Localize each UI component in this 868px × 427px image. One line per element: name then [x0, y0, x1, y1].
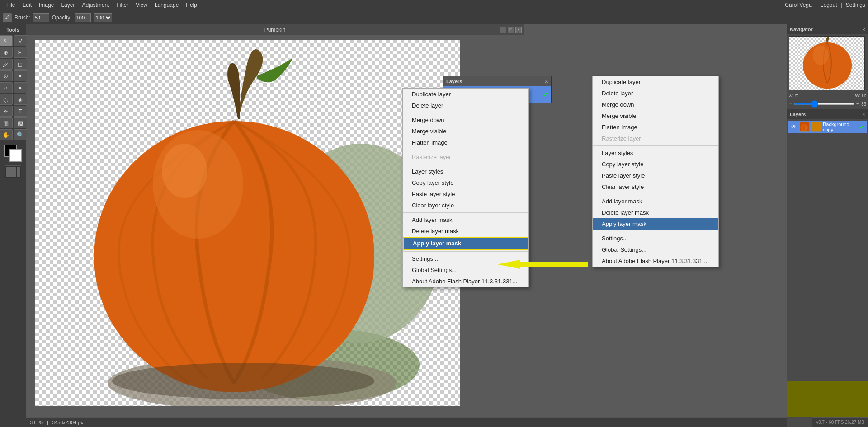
opacity-input[interactable]	[75, 13, 91, 22]
menu-language[interactable]: Language	[151, 0, 182, 10]
tool-eraser[interactable]: ◻	[14, 59, 27, 70]
cm2-flatten-image[interactable]: Flatten image	[593, 122, 718, 133]
cm2-rasterize-layer: Rasterize layer	[593, 133, 718, 144]
cm1-sep3	[403, 164, 528, 164]
cm1-apply-layer-mask[interactable]: Apply layer mask	[403, 237, 528, 250]
canvas-dimensions: 3456x2304 px	[52, 420, 83, 425]
tool-dodge[interactable]: ○	[0, 82, 13, 93]
menu-help[interactable]: Help	[182, 0, 201, 10]
menu-layer[interactable]: Layer	[57, 0, 78, 10]
cm1-settings[interactable]: Settings...	[403, 253, 528, 264]
tool-move[interactable]: V	[14, 35, 27, 46]
tool-clone[interactable]: ⊙	[0, 70, 13, 81]
cm2-delete-layer[interactable]: Delete layer	[593, 88, 718, 99]
tool-zoom[interactable]: 🔍	[14, 129, 27, 140]
cm2-layer-styles[interactable]: Layer styles	[593, 147, 718, 159]
user-info: Carol Vega | Logout | Settings	[785, 2, 865, 8]
cm1-merge-visible[interactable]: Merge visible	[403, 126, 528, 137]
cm1-flatten-image[interactable]: Flatten image	[403, 137, 528, 148]
canvas-minimize-btn[interactable]: _	[500, 27, 506, 33]
canvas-title: Pumpkin	[264, 27, 286, 33]
logout-link[interactable]: Logout	[821, 2, 837, 8]
cm1-clear-layer-style[interactable]: Clear layer style	[403, 200, 528, 211]
tool-fill[interactable]: ▩	[14, 117, 27, 128]
cm1-sep2	[403, 150, 528, 150]
background-color[interactable]	[9, 149, 22, 162]
cm1-about-flash[interactable]: About Adobe Flash Player 11.3.31.331...	[403, 276, 528, 287]
context-menu-2: Duplicate layer Delete layer Merge down …	[592, 76, 719, 267]
color-boxes	[4, 145, 22, 162]
cm2-copy-layer-style[interactable]: Copy layer style	[593, 159, 718, 170]
nav-y-label: Y:	[794, 93, 798, 98]
tool-select[interactable]: ↖	[0, 35, 13, 46]
cm2-settings[interactable]: Settings...	[593, 233, 718, 244]
menu-filter[interactable]: Filter	[113, 0, 132, 10]
settings-link[interactable]: Settings	[846, 2, 865, 8]
current-tool-icon[interactable]: 🖍	[3, 13, 12, 22]
cm1-copy-layer-style[interactable]: Copy layer style	[403, 177, 528, 188]
bottom-right-strip	[787, 381, 868, 417]
layers-close-btn[interactable]: ×	[862, 111, 865, 117]
cm2-paste-layer-style[interactable]: Paste layer style	[593, 170, 718, 181]
zoom-slider[interactable]	[794, 103, 854, 105]
brush-presets-grid[interactable]	[5, 165, 21, 178]
nav-pumpkin-thumb	[789, 37, 864, 90]
tool-blur[interactable]: ◌	[0, 94, 13, 105]
cm1-duplicate-layer[interactable]: Duplicate layer	[403, 89, 528, 100]
nav-preview	[789, 36, 865, 90]
tool-heal[interactable]: ✦	[14, 70, 27, 81]
cm2-about-flash[interactable]: About Adobe Flash Player 11.3.31.331...	[593, 255, 718, 267]
layer-visibility-icon[interactable]: 👁	[790, 124, 797, 130]
top-menu-bar: File Edit Image Layer Adjustment Filter …	[0, 0, 868, 10]
cm2-global-settings[interactable]: Global Settings...	[593, 244, 718, 255]
cm2-merge-visible[interactable]: Merge visible	[593, 110, 718, 122]
separator-pipe2: |	[841, 2, 842, 8]
cm1-global-settings[interactable]: Global Settings...	[403, 264, 528, 276]
canvas-titlebar: Pumpkin _ □ ×	[26, 24, 524, 35]
opacity-select[interactable]: 100 75 50 25	[94, 13, 112, 22]
tools-label: Tools	[6, 27, 19, 33]
tool-brush[interactable]: 🖊	[0, 59, 13, 70]
cm1-layer-styles[interactable]: Layer styles	[403, 166, 528, 177]
layers-list: 👁 Background copy ✓	[787, 119, 868, 135]
menu-image[interactable]: Image	[35, 0, 57, 10]
brush-input[interactable]	[33, 13, 49, 22]
status-separator: |	[47, 420, 48, 425]
cm1-add-layer-mask[interactable]: Add layer mask	[403, 214, 528, 225]
menu-view[interactable]: View	[132, 0, 151, 10]
navigator-close-btn[interactable]: ×	[863, 27, 865, 32]
tool-gradient[interactable]: ▦	[0, 117, 13, 128]
tool-crop[interactable]: ✂	[14, 47, 27, 58]
svg-point-7	[803, 42, 852, 89]
zoom-out-icon[interactable]: −	[789, 101, 792, 107]
canvas-win-controls: _ □ ×	[500, 27, 522, 33]
tool-hand[interactable]: ✋	[0, 129, 13, 140]
cm1-delete-layer[interactable]: Delete layer	[403, 100, 528, 111]
cm2-duplicate-layer[interactable]: Duplicate layer	[593, 76, 718, 88]
cm2-delete-layer-mask[interactable]: Delete layer mask	[593, 207, 718, 218]
cm1-merge-down[interactable]: Merge down	[403, 114, 528, 126]
cm2-clear-layer-style[interactable]: Clear layer style	[593, 181, 718, 192]
cm2-merge-down[interactable]: Merge down	[593, 99, 718, 110]
cm1-delete-layer-mask[interactable]: Delete layer mask	[403, 225, 528, 237]
navigator-title: Navigator	[790, 27, 813, 32]
cm1-paste-layer-style[interactable]: Paste layer style	[403, 188, 528, 200]
layers-popup-title: Layers	[446, 79, 462, 84]
tool-lasso[interactable]: ⊕	[0, 47, 13, 58]
tool-sharpen[interactable]: ◈	[14, 94, 27, 105]
menu-file[interactable]: File	[3, 0, 19, 10]
tool-text[interactable]: T	[14, 106, 27, 117]
cm2-apply-layer-mask[interactable]: Apply layer mask	[593, 218, 718, 230]
canvas-close-btn[interactable]: ×	[515, 27, 522, 33]
menu-edit[interactable]: Edit	[19, 0, 35, 10]
nav-coords: X: Y:	[789, 93, 798, 98]
layers-popup-close-btn[interactable]: ×	[545, 78, 548, 85]
tool-burn[interactable]: ●	[14, 82, 27, 93]
zoom-in-icon[interactable]: +	[856, 101, 859, 107]
menu-adjustment[interactable]: Adjustment	[78, 0, 113, 10]
tool-pen[interactable]: ✒	[0, 106, 13, 117]
canvas-maximize-btn[interactable]: □	[508, 27, 514, 33]
layer-row-selected[interactable]: 👁 Background copy ✓	[788, 121, 867, 133]
tools-panel: Tools ↖ V ⊕ ✂ 🖊 ◻ ⊙ ✦ ○ ● ◌ ◈ ✒ T ▦ ▩ ✋ …	[0, 24, 26, 427]
cm2-add-layer-mask[interactable]: Add layer mask	[593, 196, 718, 207]
